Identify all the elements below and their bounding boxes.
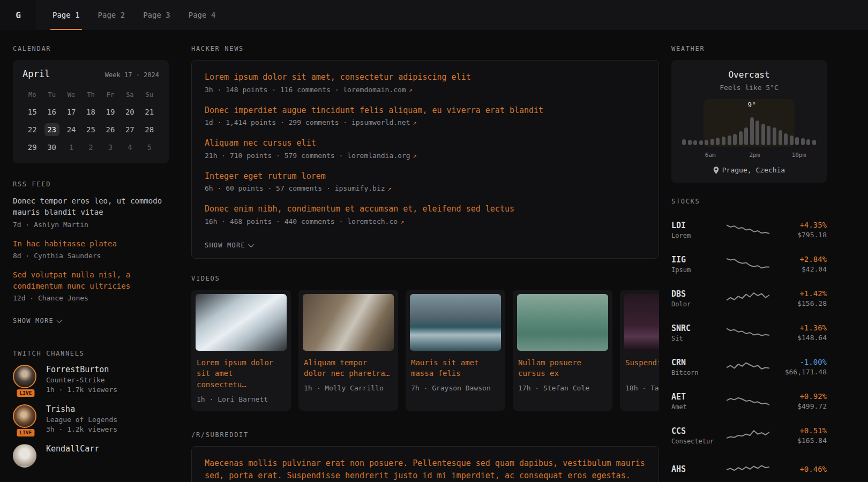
tab-page-2[interactable]: Page 2 xyxy=(96,0,128,30)
video-title: Mauris sit amet massa felis xyxy=(411,357,500,379)
video-card[interactable]: Aliquam tempor dolor nec pharetra… 1h · … xyxy=(298,290,398,411)
stock-price: $148.64 xyxy=(773,334,827,342)
calendar-date-next-month: 1 xyxy=(64,141,79,154)
stock-symbol: DBS xyxy=(671,289,723,299)
hn-item-domain-link[interactable]: ipsumify.biz↗ xyxy=(335,184,392,192)
weather-bars xyxy=(682,117,816,145)
stock-symbol: CRN xyxy=(671,358,723,367)
hn-item-link[interactable]: Integer eget rutrum lorem xyxy=(205,170,646,183)
weekday-label: Mo xyxy=(23,89,42,101)
twitch-channel-row[interactable]: KendallCarr xyxy=(13,444,169,468)
stock-change: +0.92% xyxy=(773,392,827,401)
hn-item-link[interactable]: Donec imperdiet augue tincidunt felis al… xyxy=(205,104,646,117)
weather-hour-bar xyxy=(739,131,743,145)
hn-item: Donec imperdiet augue tincidunt felis al… xyxy=(205,104,646,127)
logo-letter: G xyxy=(16,10,21,20)
calendar-date-next-month: 3 xyxy=(103,141,118,154)
calendar-date-next-month: 4 xyxy=(122,141,137,154)
video-meta: 7h · Grayson Dawson xyxy=(411,384,500,392)
twitch-channel-row[interactable]: LIVE Trisha League of Legends 3h · 1.2k … xyxy=(13,404,169,433)
subreddit-section-title: /R/SUBREDDIT xyxy=(191,431,659,439)
hn-item-link[interactable]: Lorem ipsum dolor sit amet, consectetur … xyxy=(205,71,646,84)
weather-hour-bar xyxy=(779,130,782,145)
stock-change: +1.36% xyxy=(773,323,827,332)
hn-item-domain-link[interactable]: loremtech.co↗ xyxy=(347,217,404,225)
stock-price: $795.18 xyxy=(773,231,827,239)
stock-name: Amet xyxy=(671,403,723,411)
rss-item-link[interactable]: Sed volutpat nulla nisl, a condimentum n… xyxy=(13,269,169,292)
weather-hour-bar xyxy=(744,127,748,145)
hn-item-link[interactable]: Donec enim nibh, condimentum et accumsan… xyxy=(205,203,646,215)
weather-hour-bar xyxy=(682,139,686,145)
calendar-date-next-month: 5 xyxy=(142,141,157,154)
weather-hour-bar xyxy=(693,140,697,145)
twitch-section-title: TWITCH CHANNELS xyxy=(13,350,169,357)
time-label: 2pm xyxy=(749,152,760,159)
time-label: 6am xyxy=(705,152,716,159)
hn-show-more-button[interactable]: SHOW MORE xyxy=(205,242,254,249)
subreddit-widget: /R/SUBREDDIT Maecenas mollis pulvinar er… xyxy=(191,431,659,482)
app-logo: G xyxy=(0,0,36,30)
chevron-down-icon xyxy=(56,317,62,323)
hn-item-domain-link[interactable]: loremdomain.com↗ xyxy=(343,86,413,94)
stock-symbol: SNRC xyxy=(671,323,723,333)
twitch-channel-row[interactable]: LIVE ForrestBurton Counter-Strike 1h · 1… xyxy=(13,365,169,394)
stock-row: CCS Consectetur +0.51% $165.84 xyxy=(671,418,827,453)
dashboard-page: G Page 1 Page 2 Page 3 Page 4 CALENDAR A… xyxy=(0,0,868,482)
hn-item-meta: 6h · 60 points · 57 comments · xyxy=(205,184,331,192)
rss-item-link[interactable]: Donec tempor eros leo, ut commodo mauris… xyxy=(13,195,169,219)
stock-name: Sit xyxy=(671,335,723,342)
tab-label: Page 1 xyxy=(53,11,80,19)
external-link-icon: ↗ xyxy=(400,218,404,225)
subreddit-post-link[interactable]: Maecenas mollis pulvinar erat non posuer… xyxy=(205,457,646,482)
calendar-date: 21 xyxy=(142,106,157,118)
external-link-icon: ↗ xyxy=(413,152,417,160)
right-column: WEATHER Overcast Feels like 5°C 9° 6am 2… xyxy=(671,45,827,482)
weather-hour-bar xyxy=(812,140,816,145)
hn-item-domain-link[interactable]: ipsumworld.net↗ xyxy=(351,118,417,126)
hn-item-link[interactable]: Aliquam nec cursus elit xyxy=(205,137,646,149)
channel-name: ForrestBurton xyxy=(46,365,117,374)
weather-hour-bar xyxy=(784,133,788,145)
calendar-date-today: 23 xyxy=(44,123,59,136)
tab-page-3[interactable]: Page 3 xyxy=(141,0,173,30)
stock-sparkline xyxy=(727,325,769,341)
weather-hour-bar xyxy=(722,137,725,145)
calendar-date: 28 xyxy=(142,123,157,136)
hn-item: Donec enim nibh, condimentum et accumsan… xyxy=(205,203,646,225)
stock-change: +1.42% xyxy=(773,289,827,298)
tab-page-4[interactable]: Page 4 xyxy=(186,0,218,30)
stock-change: +0.51% xyxy=(773,426,827,435)
weather-widget: WEATHER Overcast Feels like 5°C 9° 6am 2… xyxy=(671,45,827,183)
domain-label: ipsumify.biz xyxy=(335,184,385,192)
video-card[interactable]: Mauris sit amet massa felis 7h · Grayson… xyxy=(406,290,505,411)
rss-show-more-button[interactable]: SHOW MORE xyxy=(13,317,62,325)
hacker-news-section-title: HACKER NEWS xyxy=(191,45,659,52)
twitch-widget: TWITCH CHANNELS LIVE ForrestBurton Count… xyxy=(13,350,169,468)
rss-item-link[interactable]: In hac habitasse platea xyxy=(13,238,169,250)
weather-hour-bar xyxy=(716,138,720,145)
stock-price: $156.28 xyxy=(773,299,827,307)
weekday-label: Sa xyxy=(120,89,139,101)
calendar-widget: CALENDAR April Week 17 · 2024 Mo Tu We T… xyxy=(13,45,169,163)
external-link-icon: ↗ xyxy=(413,119,417,126)
video-card[interactable]: Suspendisse diam 18h · Tara xyxy=(620,290,659,411)
stock-sparkline xyxy=(727,290,769,306)
top-bar: G Page 1 Page 2 Page 3 Page 4 xyxy=(0,0,868,30)
tab-page-1[interactable]: Page 1 xyxy=(50,0,82,30)
video-thumbnail xyxy=(517,294,608,351)
hn-item-meta: 1d · 1,414 points · 299 comments · xyxy=(205,118,347,126)
stock-change: -1.00% xyxy=(773,358,827,366)
videos-row: Lorem ipsum dolor sit amet consectetu… 1… xyxy=(191,290,659,411)
stock-row: DBS Dolor +1.42% $156.28 xyxy=(671,281,827,315)
subreddit-post: Maecenas mollis pulvinar erat non posuer… xyxy=(205,457,646,482)
calendar-section-title: CALENDAR xyxy=(13,45,169,52)
avatar xyxy=(13,404,36,428)
hn-item-domain-link[interactable]: loremlandia.org↗ xyxy=(347,152,417,160)
video-card[interactable]: Lorem ipsum dolor sit amet consectetu… 1… xyxy=(191,290,291,411)
weather-hour-bar xyxy=(795,137,799,145)
stock-change: +2.84% xyxy=(773,255,827,263)
weather-hour-bar xyxy=(699,140,703,145)
video-card[interactable]: Nullam posuere cursus ex 17h · Stefan Co… xyxy=(513,290,612,411)
left-column: CALENDAR April Week 17 · 2024 Mo Tu We T… xyxy=(13,45,169,478)
